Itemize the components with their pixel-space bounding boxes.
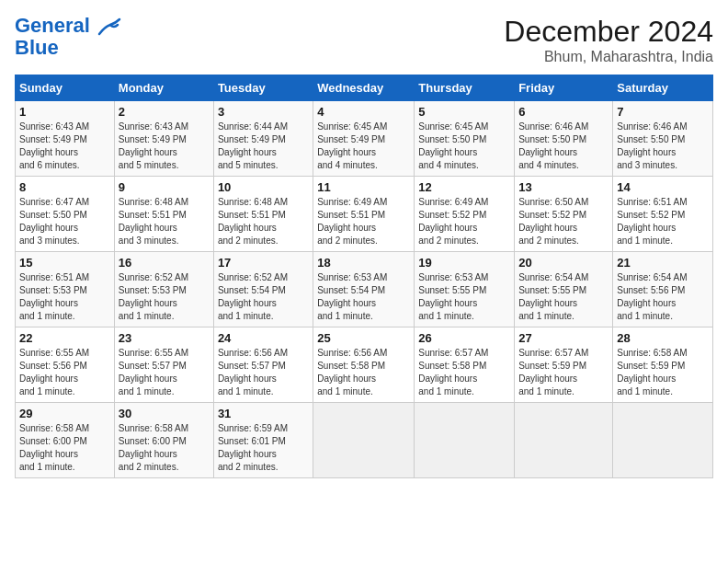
day-number: 14 bbox=[617, 180, 709, 194]
calendar-week-row: 29 Sunrise: 6:58 AMSunset: 6:00 PMDaylig… bbox=[16, 403, 713, 478]
day-number: 17 bbox=[218, 256, 309, 270]
day-number: 9 bbox=[119, 180, 210, 194]
logo: General Blue bbox=[15, 15, 123, 59]
calendar-header-row: Sunday Monday Tuesday Wednesday Thursday… bbox=[16, 75, 713, 101]
table-row: 3 Sunrise: 6:44 AMSunset: 5:49 PMDayligh… bbox=[213, 101, 313, 177]
col-wednesday: Wednesday bbox=[313, 75, 415, 101]
day-number: 6 bbox=[518, 105, 609, 119]
day-info: Sunrise: 6:58 AMSunset: 6:00 PMDaylight … bbox=[119, 422, 210, 474]
title-area: December 2024 Bhum, Maharashtra, India bbox=[504, 15, 713, 65]
table-row: 11 Sunrise: 6:49 AMSunset: 5:51 PMDaylig… bbox=[313, 177, 415, 252]
day-number: 11 bbox=[317, 180, 410, 194]
table-row: 15 Sunrise: 6:51 AMSunset: 5:53 PMDaylig… bbox=[16, 252, 115, 327]
day-info: Sunrise: 6:55 AMSunset: 5:57 PMDaylight … bbox=[119, 347, 210, 398]
day-info: Sunrise: 6:45 AMSunset: 5:50 PMDaylight … bbox=[418, 121, 510, 172]
day-number: 16 bbox=[119, 256, 210, 270]
day-number: 26 bbox=[418, 331, 510, 345]
table-row: 7 Sunrise: 6:46 AMSunset: 5:50 PMDayligh… bbox=[613, 101, 713, 177]
day-info: Sunrise: 6:57 AMSunset: 5:58 PMDaylight … bbox=[418, 347, 510, 398]
calendar-table: Sunday Monday Tuesday Wednesday Thursday… bbox=[15, 75, 713, 478]
day-number: 25 bbox=[317, 331, 410, 345]
day-number: 23 bbox=[119, 331, 210, 345]
logo-bird-icon bbox=[97, 17, 121, 36]
table-row: 30 Sunrise: 6:58 AMSunset: 6:00 PMDaylig… bbox=[114, 403, 213, 478]
col-friday: Friday bbox=[515, 75, 613, 101]
table-row: 29 Sunrise: 6:58 AMSunset: 6:00 PMDaylig… bbox=[16, 403, 115, 478]
table-row bbox=[613, 403, 713, 478]
day-number: 3 bbox=[218, 105, 309, 119]
day-info: Sunrise: 6:46 AMSunset: 5:50 PMDaylight … bbox=[518, 121, 609, 172]
col-thursday: Thursday bbox=[415, 75, 515, 101]
day-number: 10 bbox=[218, 180, 309, 194]
table-row: 21 Sunrise: 6:54 AMSunset: 5:56 PMDaylig… bbox=[613, 252, 713, 327]
calendar-week-row: 8 Sunrise: 6:47 AMSunset: 5:50 PMDayligh… bbox=[16, 177, 713, 252]
day-info: Sunrise: 6:49 AMSunset: 5:51 PMDaylight … bbox=[317, 196, 410, 247]
table-row: 8 Sunrise: 6:47 AMSunset: 5:50 PMDayligh… bbox=[16, 177, 115, 252]
day-info: Sunrise: 6:58 AMSunset: 5:59 PMDaylight … bbox=[617, 347, 709, 398]
table-row: 18 Sunrise: 6:53 AMSunset: 5:54 PMDaylig… bbox=[313, 252, 415, 327]
table-row: 2 Sunrise: 6:43 AMSunset: 5:49 PMDayligh… bbox=[114, 101, 213, 177]
day-number: 22 bbox=[19, 331, 110, 345]
day-number: 31 bbox=[218, 407, 309, 420]
day-info: Sunrise: 6:58 AMSunset: 6:00 PMDaylight … bbox=[19, 422, 110, 474]
table-row: 17 Sunrise: 6:52 AMSunset: 5:54 PMDaylig… bbox=[213, 252, 313, 327]
day-info: Sunrise: 6:44 AMSunset: 5:49 PMDaylight … bbox=[218, 121, 309, 172]
page-title: December 2024 bbox=[504, 15, 713, 49]
day-number: 29 bbox=[19, 407, 110, 420]
calendar-week-row: 22 Sunrise: 6:55 AMSunset: 5:56 PMDaylig… bbox=[16, 327, 713, 403]
day-info: Sunrise: 6:48 AMSunset: 5:51 PMDaylight … bbox=[119, 196, 210, 247]
day-info: Sunrise: 6:43 AMSunset: 5:49 PMDaylight … bbox=[19, 121, 110, 172]
day-number: 2 bbox=[119, 105, 210, 119]
day-info: Sunrise: 6:54 AMSunset: 5:55 PMDaylight … bbox=[518, 271, 609, 323]
day-info: Sunrise: 6:50 AMSunset: 5:52 PMDaylight … bbox=[518, 196, 609, 247]
table-row: 26 Sunrise: 6:57 AMSunset: 5:58 PMDaylig… bbox=[415, 327, 515, 403]
day-info: Sunrise: 6:56 AMSunset: 5:58 PMDaylight … bbox=[317, 347, 410, 398]
col-sunday: Sunday bbox=[16, 75, 115, 101]
day-number: 30 bbox=[119, 407, 210, 420]
table-row: 28 Sunrise: 6:58 AMSunset: 5:59 PMDaylig… bbox=[613, 327, 713, 403]
table-row: 23 Sunrise: 6:55 AMSunset: 5:57 PMDaylig… bbox=[114, 327, 213, 403]
day-number: 27 bbox=[518, 331, 609, 345]
day-info: Sunrise: 6:53 AMSunset: 5:55 PMDaylight … bbox=[418, 271, 510, 323]
page-subtitle: Bhum, Maharashtra, India bbox=[504, 49, 713, 65]
table-row: 22 Sunrise: 6:55 AMSunset: 5:56 PMDaylig… bbox=[16, 327, 115, 403]
day-number: 21 bbox=[617, 256, 709, 270]
table-row: 31 Sunrise: 6:59 AMSunset: 6:01 PMDaylig… bbox=[213, 403, 313, 478]
day-info: Sunrise: 6:51 AMSunset: 5:52 PMDaylight … bbox=[617, 196, 709, 247]
day-info: Sunrise: 6:48 AMSunset: 5:51 PMDaylight … bbox=[218, 196, 309, 247]
day-number: 1 bbox=[19, 105, 110, 119]
day-number: 15 bbox=[19, 256, 110, 270]
day-info: Sunrise: 6:59 AMSunset: 6:01 PMDaylight … bbox=[218, 422, 309, 474]
logo-general: General bbox=[15, 14, 90, 37]
day-info: Sunrise: 6:47 AMSunset: 5:50 PMDaylight … bbox=[19, 196, 110, 247]
day-info: Sunrise: 6:52 AMSunset: 5:53 PMDaylight … bbox=[119, 271, 210, 323]
table-row: 24 Sunrise: 6:56 AMSunset: 5:57 PMDaylig… bbox=[213, 327, 313, 403]
day-info: Sunrise: 6:57 AMSunset: 5:59 PMDaylight … bbox=[518, 347, 609, 398]
table-row: 19 Sunrise: 6:53 AMSunset: 5:55 PMDaylig… bbox=[415, 252, 515, 327]
col-tuesday: Tuesday bbox=[213, 75, 313, 101]
table-row: 5 Sunrise: 6:45 AMSunset: 5:50 PMDayligh… bbox=[415, 101, 515, 177]
table-row bbox=[415, 403, 515, 478]
day-number: 7 bbox=[617, 105, 709, 119]
table-row: 10 Sunrise: 6:48 AMSunset: 5:51 PMDaylig… bbox=[213, 177, 313, 252]
calendar-week-row: 1 Sunrise: 6:43 AMSunset: 5:49 PMDayligh… bbox=[16, 101, 713, 177]
table-row bbox=[515, 403, 613, 478]
table-row: 27 Sunrise: 6:57 AMSunset: 5:59 PMDaylig… bbox=[515, 327, 613, 403]
logo-text: General bbox=[15, 15, 123, 37]
day-info: Sunrise: 6:53 AMSunset: 5:54 PMDaylight … bbox=[317, 271, 410, 323]
table-row: 25 Sunrise: 6:56 AMSunset: 5:58 PMDaylig… bbox=[313, 327, 415, 403]
day-number: 12 bbox=[418, 180, 510, 194]
table-row: 9 Sunrise: 6:48 AMSunset: 5:51 PMDayligh… bbox=[114, 177, 213, 252]
table-row: 16 Sunrise: 6:52 AMSunset: 5:53 PMDaylig… bbox=[114, 252, 213, 327]
day-info: Sunrise: 6:45 AMSunset: 5:49 PMDaylight … bbox=[317, 121, 410, 172]
day-info: Sunrise: 6:49 AMSunset: 5:52 PMDaylight … bbox=[418, 196, 510, 247]
day-info: Sunrise: 6:46 AMSunset: 5:50 PMDaylight … bbox=[617, 121, 709, 172]
day-number: 8 bbox=[19, 180, 110, 194]
table-row: 12 Sunrise: 6:49 AMSunset: 5:52 PMDaylig… bbox=[415, 177, 515, 252]
col-saturday: Saturday bbox=[613, 75, 713, 101]
header: General Blue December 2024 Bhum, Maharas… bbox=[15, 15, 713, 65]
table-row: 4 Sunrise: 6:45 AMSunset: 5:49 PMDayligh… bbox=[313, 101, 415, 177]
table-row: 13 Sunrise: 6:50 AMSunset: 5:52 PMDaylig… bbox=[515, 177, 613, 252]
day-number: 20 bbox=[518, 256, 609, 270]
day-number: 28 bbox=[617, 331, 709, 345]
